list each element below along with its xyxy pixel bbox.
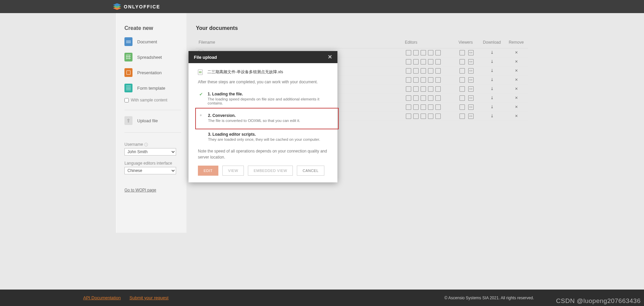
sample-content-checkbox-wrap[interactable]: With sample content <box>124 98 181 102</box>
editor-mobile-icon[interactable] <box>421 59 426 64</box>
spreadsheet-icon <box>124 53 132 61</box>
editor-mobile-icon[interactable] <box>421 86 426 92</box>
download-icon[interactable] <box>489 50 495 55</box>
modal-intro: After these steps are completed, you can… <box>198 80 328 84</box>
step-1: ✔ 1. Loading the file. The loading speed… <box>198 89 328 108</box>
editor-review-icon[interactable] <box>435 86 441 92</box>
editor-desktop-icon[interactable] <box>406 59 411 64</box>
remove-icon[interactable] <box>514 50 519 55</box>
create-presentation[interactable]: Presentation <box>124 68 181 77</box>
editor-review-icon[interactable] <box>435 50 441 55</box>
download-icon[interactable] <box>489 68 495 74</box>
editor-comment-icon[interactable] <box>428 86 433 92</box>
editor-review-icon[interactable] <box>435 104 441 110</box>
editor-mobile-icon[interactable] <box>421 77 426 83</box>
editor-desktop-icon[interactable] <box>406 104 411 110</box>
viewer-embed-icon[interactable] <box>468 50 474 55</box>
editor-review-icon[interactable] <box>435 77 441 83</box>
editor-comment-icon[interactable] <box>428 68 433 74</box>
viewer-icon[interactable] <box>460 104 465 110</box>
viewer-icon[interactable] <box>460 114 465 119</box>
api-documentation-link[interactable]: API Documentation <box>83 295 121 300</box>
editor-desktop-icon[interactable] <box>406 50 411 55</box>
viewer-icon[interactable] <box>460 68 465 74</box>
remove-icon[interactable] <box>514 86 519 92</box>
viewer-icon[interactable] <box>460 95 465 101</box>
editor-comment-icon[interactable] <box>428 114 433 119</box>
editor-tablet-icon[interactable] <box>413 59 419 64</box>
edit-button[interactable]: Edit <box>198 166 218 176</box>
sample-content-checkbox[interactable] <box>124 98 129 102</box>
remove-icon[interactable] <box>514 59 519 64</box>
editor-tablet-icon[interactable] <box>413 95 419 101</box>
remove-icon[interactable] <box>514 95 519 101</box>
viewer-icon[interactable] <box>460 50 465 55</box>
editor-review-icon[interactable] <box>435 114 441 119</box>
editor-comment-icon[interactable] <box>428 95 433 101</box>
download-icon[interactable] <box>489 114 495 119</box>
editor-tablet-icon[interactable] <box>413 86 419 92</box>
download-icon[interactable] <box>489 59 495 64</box>
viewer-embed-icon[interactable] <box>468 104 474 110</box>
editor-review-icon[interactable] <box>435 59 441 64</box>
download-icon[interactable] <box>489 104 495 110</box>
create-form-template[interactable]: Form template <box>124 84 181 92</box>
editor-desktop-icon[interactable] <box>406 68 411 74</box>
download-icon[interactable] <box>489 95 495 101</box>
viewer-icon[interactable] <box>460 86 465 92</box>
viewer-embed-icon[interactable] <box>468 86 474 92</box>
editor-tablet-icon[interactable] <box>413 114 419 119</box>
editor-tablet-icon[interactable] <box>413 77 419 83</box>
remove-icon[interactable] <box>514 104 519 110</box>
editor-mobile-icon[interactable] <box>421 68 426 74</box>
create-document[interactable]: Document <box>124 37 181 46</box>
username-label: Username i <box>124 142 181 147</box>
close-icon[interactable]: ✕ <box>328 54 332 60</box>
cancel-button[interactable]: Cancel <box>297 166 324 176</box>
viewer-embed-icon[interactable] <box>468 95 474 101</box>
embedded-view-button[interactable]: Embedded view <box>248 166 293 176</box>
viewer-icon[interactable] <box>460 77 465 83</box>
upload-file[interactable]: ⇪ Upload file <box>124 116 181 125</box>
upload-file-label: Upload file <box>137 118 158 123</box>
wopi-page-link[interactable]: Go to WOPI page <box>124 188 156 192</box>
remove-icon[interactable] <box>514 68 519 74</box>
editor-desktop-icon[interactable] <box>406 77 411 83</box>
viewer-embed-icon[interactable] <box>468 68 474 74</box>
document-icon <box>124 37 132 46</box>
remove-icon[interactable] <box>514 77 519 83</box>
download-icon[interactable] <box>489 86 495 92</box>
submit-request-link[interactable]: Submit your request <box>129 295 168 300</box>
create-spreadsheet[interactable]: Spreadsheet <box>124 53 181 61</box>
checkmark-icon: ✔ <box>199 92 204 105</box>
editor-review-icon[interactable] <box>435 95 441 101</box>
editor-mobile-icon[interactable] <box>421 104 426 110</box>
editor-tablet-icon[interactable] <box>413 68 419 74</box>
editor-review-icon[interactable] <box>435 68 441 74</box>
viewer-icon[interactable] <box>460 59 465 64</box>
xls-file-icon <box>198 70 203 75</box>
editor-comment-icon[interactable] <box>428 59 433 64</box>
viewer-embed-icon[interactable] <box>468 59 474 64</box>
brand-logo[interactable]: ONLYOFFICE <box>113 3 160 11</box>
viewer-embed-icon[interactable] <box>468 77 474 83</box>
editor-mobile-icon[interactable] <box>421 50 426 55</box>
editor-desktop-icon[interactable] <box>406 95 411 101</box>
editor-comment-icon[interactable] <box>428 104 433 110</box>
editor-desktop-icon[interactable] <box>406 114 411 119</box>
editor-tablet-icon[interactable] <box>413 104 419 110</box>
editor-desktop-icon[interactable] <box>406 86 411 92</box>
view-button[interactable]: View <box>222 166 244 176</box>
editor-comment-icon[interactable] <box>428 77 433 83</box>
language-select[interactable]: Chinese <box>124 167 176 174</box>
remove-icon[interactable] <box>514 114 519 119</box>
editor-mobile-icon[interactable] <box>421 114 426 119</box>
language-label: Language editors interface <box>124 161 181 166</box>
username-select[interactable]: John Smith <box>124 148 176 156</box>
editor-tablet-icon[interactable] <box>413 50 419 55</box>
editor-comment-icon[interactable] <box>428 50 433 55</box>
download-icon[interactable] <box>489 77 495 83</box>
step-2-highlight: ✶ 2. Conversion. The file is converted t… <box>195 108 339 129</box>
viewer-embed-icon[interactable] <box>468 114 474 119</box>
editor-mobile-icon[interactable] <box>421 95 426 101</box>
